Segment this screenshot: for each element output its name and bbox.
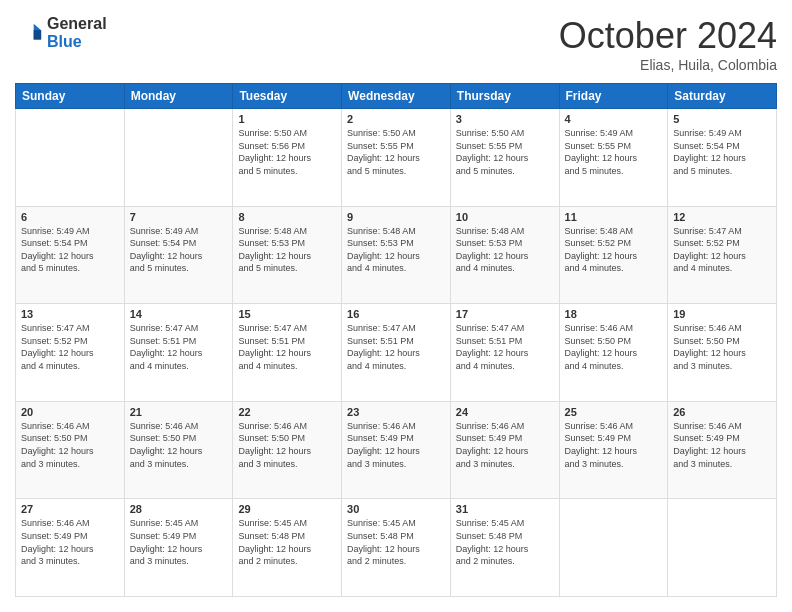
day-header-saturday: Saturday bbox=[668, 84, 777, 109]
calendar-cell: 2Sunrise: 5:50 AM Sunset: 5:55 PM Daylig… bbox=[342, 109, 451, 207]
day-info: Sunrise: 5:45 AM Sunset: 5:48 PM Dayligh… bbox=[347, 517, 445, 567]
day-number: 15 bbox=[238, 308, 336, 320]
day-number: 11 bbox=[565, 211, 663, 223]
day-number: 18 bbox=[565, 308, 663, 320]
day-info: Sunrise: 5:47 AM Sunset: 5:51 PM Dayligh… bbox=[130, 322, 228, 372]
logo-blue-text: Blue bbox=[47, 33, 107, 51]
day-info: Sunrise: 5:46 AM Sunset: 5:49 PM Dayligh… bbox=[21, 517, 119, 567]
page: General Blue October 2024 Elias, Huila, … bbox=[0, 0, 792, 612]
calendar-cell: 24Sunrise: 5:46 AM Sunset: 5:49 PM Dayli… bbox=[450, 401, 559, 499]
calendar-cell: 9Sunrise: 5:48 AM Sunset: 5:53 PM Daylig… bbox=[342, 206, 451, 304]
day-info: Sunrise: 5:50 AM Sunset: 5:55 PM Dayligh… bbox=[456, 127, 554, 177]
week-row-5: 27Sunrise: 5:46 AM Sunset: 5:49 PM Dayli… bbox=[16, 499, 777, 597]
day-number: 20 bbox=[21, 406, 119, 418]
day-number: 1 bbox=[238, 113, 336, 125]
week-row-3: 13Sunrise: 5:47 AM Sunset: 5:52 PM Dayli… bbox=[16, 304, 777, 402]
day-number: 23 bbox=[347, 406, 445, 418]
day-info: Sunrise: 5:47 AM Sunset: 5:51 PM Dayligh… bbox=[456, 322, 554, 372]
calendar-header-row: SundayMondayTuesdayWednesdayThursdayFrid… bbox=[16, 84, 777, 109]
day-number: 26 bbox=[673, 406, 771, 418]
day-number: 27 bbox=[21, 503, 119, 515]
day-header-wednesday: Wednesday bbox=[342, 84, 451, 109]
week-row-4: 20Sunrise: 5:46 AM Sunset: 5:50 PM Dayli… bbox=[16, 401, 777, 499]
day-info: Sunrise: 5:46 AM Sunset: 5:50 PM Dayligh… bbox=[21, 420, 119, 470]
calendar-cell: 26Sunrise: 5:46 AM Sunset: 5:49 PM Dayli… bbox=[668, 401, 777, 499]
day-info: Sunrise: 5:46 AM Sunset: 5:49 PM Dayligh… bbox=[673, 420, 771, 470]
day-header-thursday: Thursday bbox=[450, 84, 559, 109]
day-number: 3 bbox=[456, 113, 554, 125]
day-number: 24 bbox=[456, 406, 554, 418]
day-info: Sunrise: 5:46 AM Sunset: 5:50 PM Dayligh… bbox=[565, 322, 663, 372]
day-header-sunday: Sunday bbox=[16, 84, 125, 109]
week-row-1: 1Sunrise: 5:50 AM Sunset: 5:56 PM Daylig… bbox=[16, 109, 777, 207]
day-info: Sunrise: 5:49 AM Sunset: 5:55 PM Dayligh… bbox=[565, 127, 663, 177]
calendar-cell: 27Sunrise: 5:46 AM Sunset: 5:49 PM Dayli… bbox=[16, 499, 125, 597]
calendar-cell: 30Sunrise: 5:45 AM Sunset: 5:48 PM Dayli… bbox=[342, 499, 451, 597]
calendar-cell bbox=[16, 109, 125, 207]
calendar-cell bbox=[668, 499, 777, 597]
day-number: 6 bbox=[21, 211, 119, 223]
day-number: 14 bbox=[130, 308, 228, 320]
day-info: Sunrise: 5:46 AM Sunset: 5:49 PM Dayligh… bbox=[456, 420, 554, 470]
day-number: 8 bbox=[238, 211, 336, 223]
day-number: 4 bbox=[565, 113, 663, 125]
day-number: 13 bbox=[21, 308, 119, 320]
calendar-cell: 6Sunrise: 5:49 AM Sunset: 5:54 PM Daylig… bbox=[16, 206, 125, 304]
day-info: Sunrise: 5:46 AM Sunset: 5:50 PM Dayligh… bbox=[130, 420, 228, 470]
calendar-cell: 22Sunrise: 5:46 AM Sunset: 5:50 PM Dayli… bbox=[233, 401, 342, 499]
day-info: Sunrise: 5:46 AM Sunset: 5:49 PM Dayligh… bbox=[565, 420, 663, 470]
day-number: 29 bbox=[238, 503, 336, 515]
day-info: Sunrise: 5:49 AM Sunset: 5:54 PM Dayligh… bbox=[130, 225, 228, 275]
day-info: Sunrise: 5:48 AM Sunset: 5:53 PM Dayligh… bbox=[238, 225, 336, 275]
calendar-cell: 28Sunrise: 5:45 AM Sunset: 5:49 PM Dayli… bbox=[124, 499, 233, 597]
calendar-cell: 1Sunrise: 5:50 AM Sunset: 5:56 PM Daylig… bbox=[233, 109, 342, 207]
day-number: 9 bbox=[347, 211, 445, 223]
day-info: Sunrise: 5:49 AM Sunset: 5:54 PM Dayligh… bbox=[21, 225, 119, 275]
calendar-cell: 16Sunrise: 5:47 AM Sunset: 5:51 PM Dayli… bbox=[342, 304, 451, 402]
logo-text: General Blue bbox=[47, 15, 107, 50]
day-info: Sunrise: 5:50 AM Sunset: 5:55 PM Dayligh… bbox=[347, 127, 445, 177]
day-info: Sunrise: 5:47 AM Sunset: 5:52 PM Dayligh… bbox=[21, 322, 119, 372]
calendar-cell: 21Sunrise: 5:46 AM Sunset: 5:50 PM Dayli… bbox=[124, 401, 233, 499]
calendar-cell: 20Sunrise: 5:46 AM Sunset: 5:50 PM Dayli… bbox=[16, 401, 125, 499]
day-number: 19 bbox=[673, 308, 771, 320]
day-number: 25 bbox=[565, 406, 663, 418]
calendar-cell bbox=[559, 499, 668, 597]
header: General Blue October 2024 Elias, Huila, … bbox=[15, 15, 777, 73]
location-subtitle: Elias, Huila, Colombia bbox=[559, 57, 777, 73]
day-number: 21 bbox=[130, 406, 228, 418]
calendar-cell: 10Sunrise: 5:48 AM Sunset: 5:53 PM Dayli… bbox=[450, 206, 559, 304]
calendar-cell: 8Sunrise: 5:48 AM Sunset: 5:53 PM Daylig… bbox=[233, 206, 342, 304]
day-info: Sunrise: 5:45 AM Sunset: 5:49 PM Dayligh… bbox=[130, 517, 228, 567]
logo: General Blue bbox=[15, 15, 107, 50]
day-info: Sunrise: 5:47 AM Sunset: 5:51 PM Dayligh… bbox=[238, 322, 336, 372]
calendar-cell: 7Sunrise: 5:49 AM Sunset: 5:54 PM Daylig… bbox=[124, 206, 233, 304]
day-info: Sunrise: 5:46 AM Sunset: 5:50 PM Dayligh… bbox=[673, 322, 771, 372]
day-info: Sunrise: 5:50 AM Sunset: 5:56 PM Dayligh… bbox=[238, 127, 336, 177]
day-number: 5 bbox=[673, 113, 771, 125]
day-number: 17 bbox=[456, 308, 554, 320]
calendar-cell bbox=[124, 109, 233, 207]
day-number: 22 bbox=[238, 406, 336, 418]
calendar-cell: 18Sunrise: 5:46 AM Sunset: 5:50 PM Dayli… bbox=[559, 304, 668, 402]
day-header-friday: Friday bbox=[559, 84, 668, 109]
day-number: 31 bbox=[456, 503, 554, 515]
calendar-cell: 19Sunrise: 5:46 AM Sunset: 5:50 PM Dayli… bbox=[668, 304, 777, 402]
calendar-cell: 15Sunrise: 5:47 AM Sunset: 5:51 PM Dayli… bbox=[233, 304, 342, 402]
day-header-monday: Monday bbox=[124, 84, 233, 109]
calendar-cell: 14Sunrise: 5:47 AM Sunset: 5:51 PM Dayli… bbox=[124, 304, 233, 402]
day-info: Sunrise: 5:48 AM Sunset: 5:53 PM Dayligh… bbox=[347, 225, 445, 275]
calendar-cell: 12Sunrise: 5:47 AM Sunset: 5:52 PM Dayli… bbox=[668, 206, 777, 304]
day-info: Sunrise: 5:46 AM Sunset: 5:49 PM Dayligh… bbox=[347, 420, 445, 470]
day-number: 16 bbox=[347, 308, 445, 320]
calendar-cell: 31Sunrise: 5:45 AM Sunset: 5:48 PM Dayli… bbox=[450, 499, 559, 597]
day-header-tuesday: Tuesday bbox=[233, 84, 342, 109]
calendar-table: SundayMondayTuesdayWednesdayThursdayFrid… bbox=[15, 83, 777, 597]
day-info: Sunrise: 5:48 AM Sunset: 5:53 PM Dayligh… bbox=[456, 225, 554, 275]
month-title: October 2024 bbox=[559, 15, 777, 57]
calendar-cell: 13Sunrise: 5:47 AM Sunset: 5:52 PM Dayli… bbox=[16, 304, 125, 402]
day-number: 7 bbox=[130, 211, 228, 223]
calendar-cell: 5Sunrise: 5:49 AM Sunset: 5:54 PM Daylig… bbox=[668, 109, 777, 207]
day-info: Sunrise: 5:45 AM Sunset: 5:48 PM Dayligh… bbox=[456, 517, 554, 567]
day-number: 28 bbox=[130, 503, 228, 515]
